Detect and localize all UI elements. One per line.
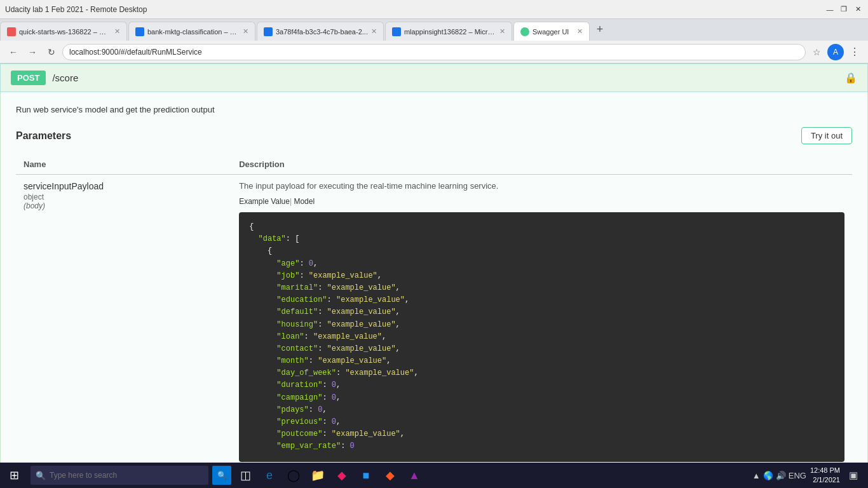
- tab-close-1[interactable]: ✕: [114, 27, 120, 36]
- name-column-header: Name: [16, 154, 231, 175]
- tab-close-5[interactable]: ✕: [577, 27, 583, 36]
- close-button[interactable]: ✕: [853, 4, 863, 15]
- app8-icon: ▲: [409, 469, 420, 482]
- app6-icon: ■: [363, 469, 370, 482]
- table-header-row: Name Description: [16, 154, 852, 175]
- address-bar: ← → ↻ ☆ A ⋮: [0, 41, 868, 64]
- reload-button[interactable]: ↻: [43, 44, 60, 60]
- new-tab-button[interactable]: +: [591, 20, 609, 38]
- maximize-button[interactable]: ❐: [839, 4, 849, 15]
- lang-indicator[interactable]: ENG: [789, 471, 806, 480]
- start-button[interactable]: ⊞: [0, 463, 28, 488]
- tab-title-1: quick-starts-ws-136822 – Micr...: [19, 28, 111, 36]
- model-tab[interactable]: Model: [290, 196, 315, 207]
- taskbar-right: ▲ 🌎 🔊 ENG 12:48 PM 2/1/2021 ▣: [752, 464, 868, 487]
- post-path: /score: [52, 72, 78, 83]
- back-button[interactable]: ←: [5, 44, 22, 60]
- taskbar-explorer[interactable]: 📁: [306, 464, 329, 487]
- try-it-out-button[interactable]: Try it out: [801, 127, 852, 144]
- notification-button[interactable]: ▣: [844, 464, 863, 487]
- tab-favicon-1: [7, 27, 16, 36]
- app7-icon: ◆: [386, 468, 395, 482]
- tray-arrow-icon[interactable]: ▲: [752, 471, 761, 480]
- tab-3[interactable]: 3a78f4fa-b3c3-4c7b-baea-2... ✕: [257, 22, 384, 41]
- taskbar-search-bar[interactable]: 🔍: [31, 466, 208, 485]
- ie-icon: e: [266, 469, 273, 482]
- tab-close-4[interactable]: ✕: [499, 27, 505, 36]
- code-block: { "data": [ { "age": 0, "job": "example_…: [239, 212, 844, 462]
- parameters-header: Parameters Try it out: [16, 127, 852, 144]
- explorer-icon: 📁: [311, 468, 325, 482]
- taskbar: ⊞ 🔍 🔍 ◫ e ◯ 📁 ◆ ■ ◆ ▲ ▲: [0, 463, 868, 488]
- parameters-title: Parameters: [16, 130, 71, 142]
- tab-title-4: mlappinsight136822 – Microso...: [404, 28, 496, 36]
- tab-1[interactable]: quick-starts-ws-136822 – Micr... ✕: [0, 22, 127, 41]
- tab-4[interactable]: mlappinsight136822 – Microso... ✕: [385, 22, 512, 41]
- profile-button[interactable]: A: [827, 44, 844, 60]
- task-view-icon: ◫: [240, 468, 251, 482]
- title-bar-text: Udacity lab 1 Feb 2021 - Remote Desktop: [5, 5, 147, 14]
- param-description: The input payload for executing the real…: [239, 181, 844, 191]
- param-name-cell: serviceInputPayload object (body): [16, 175, 231, 463]
- title-bar-controls: — ❐ ✕: [825, 4, 863, 15]
- network-icon[interactable]: 🌎: [763, 471, 773, 480]
- tab-close-2[interactable]: ✕: [243, 27, 248, 36]
- app5-icon: ◆: [337, 468, 346, 482]
- chrome-icon: ◯: [287, 468, 300, 482]
- example-value-tabs: Example Value Model: [239, 196, 844, 207]
- tab-favicon-2: [135, 27, 144, 36]
- post-badge: POST: [11, 71, 46, 85]
- taskbar-search-input[interactable]: [50, 471, 203, 480]
- tab-title-2: bank-mktg-classification – Mic...: [147, 28, 240, 36]
- tab-bar: quick-starts-ws-136822 – Micr... ✕ bank-…: [0, 19, 868, 41]
- system-tray: ▲ 🌎 🔊 ENG: [752, 471, 806, 480]
- minimize-button[interactable]: —: [825, 4, 835, 15]
- tab-favicon-4: [392, 27, 401, 36]
- tab-title-5: Swagger UI: [532, 28, 574, 36]
- taskbar-app-7[interactable]: ◆: [379, 464, 402, 487]
- taskbar-ie[interactable]: e: [258, 464, 281, 487]
- service-description: Run web service's model and get the pred…: [16, 105, 852, 114]
- taskbar-app-8[interactable]: ▲: [403, 464, 426, 487]
- notification-icon: ▣: [849, 470, 858, 481]
- lock-icon: 🔒: [844, 72, 857, 84]
- taskbar-clock[interactable]: 12:48 PM 2/1/2021: [810, 466, 840, 485]
- address-input[interactable]: [62, 44, 806, 60]
- bookmark-button[interactable]: ☆: [808, 44, 825, 60]
- taskbar-chrome[interactable]: ◯: [282, 464, 305, 487]
- windows-icon: ⊞: [10, 468, 19, 482]
- title-bar: Udacity lab 1 Feb 2021 - Remote Desktop …: [0, 0, 868, 19]
- param-name: serviceInputPayload: [24, 181, 224, 191]
- main-content: POST /score 🔒 Run web service's model an…: [0, 64, 868, 463]
- tab-2[interactable]: bank-mktg-classification – Mic... ✕: [128, 22, 255, 41]
- swagger-post-header[interactable]: POST /score 🔒: [0, 64, 868, 92]
- cortana-button[interactable]: 🔍: [212, 466, 231, 485]
- taskbar-apps: ◫ e ◯ 📁 ◆ ■ ◆ ▲: [234, 464, 426, 487]
- search-icon: 🔍: [36, 471, 46, 480]
- tab-favicon-5: [520, 27, 529, 36]
- tab-favicon-3: [264, 27, 273, 36]
- param-location: (body): [24, 201, 224, 210]
- tab-title-3: 3a78f4fa-b3c3-4c7b-baea-2...: [276, 28, 368, 36]
- taskbar-app-6[interactable]: ■: [355, 464, 377, 487]
- description-column-header: Description: [231, 154, 852, 175]
- forward-button[interactable]: →: [24, 44, 41, 60]
- volume-icon[interactable]: 🔊: [776, 471, 786, 480]
- table-row: serviceInputPayload object (body) The in…: [16, 175, 852, 463]
- tab-close-3[interactable]: ✕: [371, 27, 377, 36]
- param-description-cell: The input payload for executing the real…: [231, 175, 852, 463]
- taskbar-task-view[interactable]: ◫: [234, 464, 257, 487]
- swagger-body: Run web service's model and get the pred…: [0, 92, 868, 463]
- menu-button[interactable]: ⋮: [846, 44, 863, 60]
- param-type: object: [24, 193, 224, 201]
- time-display: 12:48 PM: [810, 466, 840, 475]
- tab-5[interactable]: Swagger UI ✕: [513, 22, 590, 41]
- example-value-tab[interactable]: Example Value: [239, 196, 290, 207]
- taskbar-app-5[interactable]: ◆: [330, 464, 353, 487]
- date-display: 2/1/2021: [810, 475, 840, 485]
- parameters-table: Name Description serviceInputPayload obj…: [16, 154, 852, 463]
